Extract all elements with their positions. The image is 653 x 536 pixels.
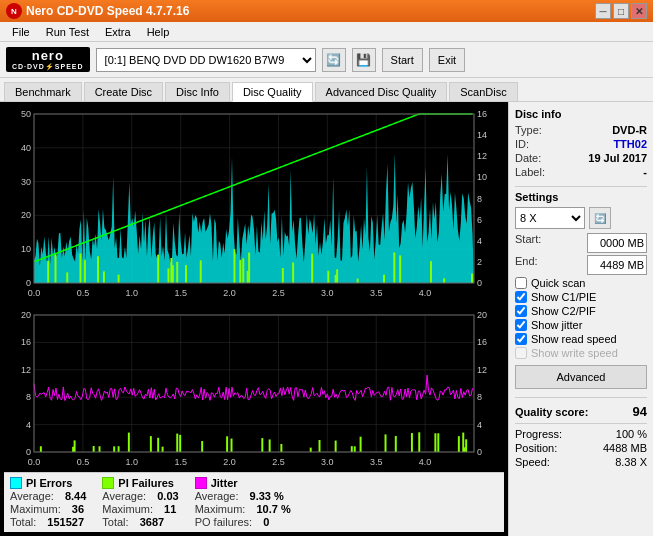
divider-2 [515, 397, 647, 398]
position-label: Position: [515, 442, 557, 454]
pi-failures-label: PI Failures [118, 477, 174, 489]
start-mb-row: Start: [515, 233, 647, 253]
tab-scan-disc[interactable]: ScanDisc [449, 82, 517, 101]
show-read-speed-label: Show read speed [531, 333, 617, 345]
nero-logo-subtitle: CD·DVD⚡SPEED [12, 63, 84, 71]
close-button[interactable]: ✕ [631, 3, 647, 19]
jitter-max: 10.7 % [256, 503, 290, 515]
show-c1-row: Show C1/PIE [515, 291, 647, 303]
disc-id-label: ID: [515, 138, 529, 150]
show-c1-label: Show C1/PIE [531, 291, 596, 303]
disc-date-value: 19 Jul 2017 [588, 152, 647, 164]
quick-scan-row: Quick scan [515, 277, 647, 289]
tab-disc-quality[interactable]: Disc Quality [232, 82, 313, 102]
progress-value: 100 % [616, 428, 647, 440]
show-jitter-row: Show jitter [515, 319, 647, 331]
title-bar-controls: ─ □ ✕ [595, 3, 647, 19]
quick-scan-checkbox[interactable] [515, 277, 527, 289]
tab-advanced-disc-quality[interactable]: Advanced Disc Quality [315, 82, 448, 101]
tabs-bar: Benchmark Create Disc Disc Info Disc Qua… [0, 78, 653, 102]
jitter-avg: 9.33 % [250, 490, 284, 502]
show-write-speed-row: Show write speed [515, 347, 647, 359]
disc-info-title: Disc info [515, 108, 647, 120]
pi-errors-color-box [10, 477, 22, 489]
disc-info-section: Disc info Type: DVD-R ID: TTH02 Date: 19… [515, 108, 647, 178]
disc-label-label: Label: [515, 166, 545, 178]
nero-logo-text: nero [32, 49, 64, 63]
minimize-button[interactable]: ─ [595, 3, 611, 19]
end-mb-label: End: [515, 255, 538, 275]
disc-label-row: Label: - [515, 166, 647, 178]
disc-date-label: Date: [515, 152, 541, 164]
main-content: PI Errors Average: 8.44 Maximum: 36 Tota… [0, 102, 653, 536]
start-mb-label: Start: [515, 233, 541, 253]
title-bar: N Nero CD-DVD Speed 4.7.7.16 ─ □ ✕ [0, 0, 653, 22]
end-mb-input[interactable] [587, 255, 647, 275]
pi-failures-avg: 0.03 [157, 490, 178, 502]
drive-selector[interactable]: [0:1] BENQ DVD DD DW1620 B7W9 [96, 48, 316, 72]
advanced-button[interactable]: Advanced [515, 365, 647, 389]
exit-button[interactable]: Exit [429, 48, 465, 72]
progress-row: Progress: 100 % [515, 428, 647, 440]
jitter-color-box [195, 477, 207, 489]
disc-label-value: - [643, 166, 647, 178]
show-jitter-checkbox[interactable] [515, 319, 527, 331]
show-read-speed-checkbox[interactable] [515, 333, 527, 345]
pi-errors-stats: PI Errors Average: 8.44 Maximum: 36 Tota… [10, 477, 86, 528]
nero-logo: nero CD·DVD⚡SPEED [6, 47, 90, 73]
tab-create-disc[interactable]: Create Disc [84, 82, 163, 101]
disc-id-row: ID: TTH02 [515, 138, 647, 150]
refresh-icon-button[interactable]: 🔄 [322, 48, 346, 72]
disc-type-label: Type: [515, 124, 542, 136]
speed-select[interactable]: 8 X MAX 2 X 4 X 6 X 12 X 16 X [515, 207, 585, 229]
menu-help[interactable]: Help [139, 24, 178, 40]
menu-file[interactable]: File [4, 24, 38, 40]
disc-id-value: TTH02 [613, 138, 647, 150]
quick-scan-label: Quick scan [531, 277, 585, 289]
menu-extra[interactable]: Extra [97, 24, 139, 40]
pi-failures-max: 11 [164, 503, 176, 515]
toolbar: nero CD·DVD⚡SPEED [0:1] BENQ DVD DD DW16… [0, 42, 653, 78]
end-mb-row: End: [515, 255, 647, 275]
show-jitter-label: Show jitter [531, 319, 582, 331]
disc-date-row: Date: 19 Jul 2017 [515, 152, 647, 164]
tab-disc-info[interactable]: Disc Info [165, 82, 230, 101]
start-mb-input[interactable] [587, 233, 647, 253]
speed-row-2: Speed: 8.38 X [515, 456, 647, 468]
show-write-speed-checkbox [515, 347, 527, 359]
stats-bar: PI Errors Average: 8.44 Maximum: 36 Tota… [4, 472, 504, 532]
pi-errors-total: 151527 [47, 516, 84, 528]
right-panel: Disc info Type: DVD-R ID: TTH02 Date: 19… [508, 102, 653, 536]
tab-benchmark[interactable]: Benchmark [4, 82, 82, 101]
pi-failures-stats: PI Failures Average: 0.03 Maximum: 11 To… [102, 477, 178, 528]
speed-row: 8 X MAX 2 X 4 X 6 X 12 X 16 X 🔄 [515, 207, 647, 229]
speed-label: Speed: [515, 456, 550, 468]
show-c2-checkbox[interactable] [515, 305, 527, 317]
progress-label: Progress: [515, 428, 562, 440]
pi-failures-total: 3687 [140, 516, 164, 528]
restore-button[interactable]: □ [613, 3, 629, 19]
save-icon-button[interactable]: 💾 [352, 48, 376, 72]
show-write-speed-label: Show write speed [531, 347, 618, 359]
menu-run-test[interactable]: Run Test [38, 24, 97, 40]
settings-title: Settings [515, 191, 647, 203]
jitter-po: 0 [263, 516, 269, 528]
start-button[interactable]: Start [382, 48, 423, 72]
speed-refresh-icon[interactable]: 🔄 [589, 207, 611, 229]
chart-area: PI Errors Average: 8.44 Maximum: 36 Tota… [0, 102, 508, 536]
jitter-stats: Jitter Average: 9.33 % Maximum: 10.7 % P… [195, 477, 291, 528]
position-row: Position: 4488 MB [515, 442, 647, 454]
app-icon: N [6, 3, 22, 19]
divider-1 [515, 186, 647, 187]
pi-errors-label: PI Errors [26, 477, 72, 489]
settings-section: Settings 8 X MAX 2 X 4 X 6 X 12 X 16 X 🔄… [515, 191, 647, 389]
pi-errors-max: 36 [72, 503, 84, 515]
show-c2-label: Show C2/PIF [531, 305, 596, 317]
title-bar-text: Nero CD-DVD Speed 4.7.7.16 [26, 4, 189, 18]
speed-value: 8.38 X [615, 456, 647, 468]
divider-3 [515, 423, 647, 424]
position-value: 4488 MB [603, 442, 647, 454]
quality-score-row: Quality score: 94 [515, 404, 647, 419]
show-c1-checkbox[interactable] [515, 291, 527, 303]
disc-type-row: Type: DVD-R [515, 124, 647, 136]
